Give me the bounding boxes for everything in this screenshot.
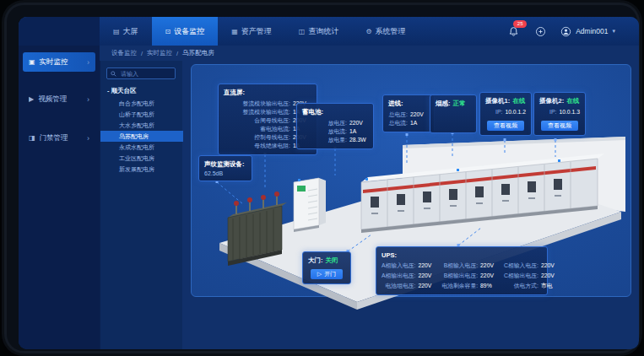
- row-value: 220V: [349, 119, 368, 127]
- breadcrumb-separator: /: [176, 50, 178, 57]
- ip-label: IP:: [539, 108, 556, 116]
- avatar: [560, 26, 571, 37]
- data-row: 总电压:220V: [388, 111, 429, 119]
- tree-item[interactable]: 永成水配电所: [100, 142, 183, 153]
- tree-item[interactable]: 大水乡配电所: [100, 120, 183, 131]
- power-mode-value: 市电: [541, 282, 558, 290]
- tree-item[interactable]: 山桥子配电所: [100, 109, 183, 120]
- breadcrumb-item[interactable]: 设备监控: [111, 49, 137, 57]
- collapse-icon: -: [107, 87, 110, 94]
- device-frame: ▤ 大屏 ⊡ 设备监控 ▦ 资产管理 ◫ 查询统计 ⚙ 系统管理: [0, 0, 644, 356]
- primary-sidebar: ▣ 实时监控 › ▶ 视频管理 › ◨ 门禁管理 ›: [19, 46, 100, 349]
- user-menu[interactable]: Admin001 ▾: [560, 26, 615, 37]
- row-label: 控制母线电压:: [224, 133, 290, 142]
- chevron-right-icon: ›: [87, 58, 89, 67]
- monitor-screen-icon: ▣: [29, 58, 35, 66]
- open-door-label: 开门: [324, 270, 336, 278]
- tree-item[interactable]: 工业区配电房: [100, 153, 183, 164]
- sidebar-item-label: 实时监控: [40, 57, 68, 67]
- sound-monitor-card: 声纹监测设备: 62.5dB: [198, 155, 252, 181]
- row-value: 1A: [349, 127, 368, 136]
- incoming-title: 进线:: [388, 100, 429, 108]
- ups-cell: C相输出电压:220V: [504, 272, 558, 280]
- tab-statistics[interactable]: ◫ 查询统计: [285, 17, 353, 46]
- tab-system[interactable]: ⚙ 系统管理: [352, 17, 419, 46]
- video-camera-icon: ▶: [29, 95, 34, 103]
- search-input[interactable]: [119, 70, 171, 78]
- view-video-button[interactable]: 查看视频: [487, 121, 524, 131]
- sidebar-item-realtime-monitor[interactable]: ▣ 实时监控 ›: [23, 52, 95, 72]
- row-value: 220V: [410, 111, 429, 119]
- cell-value: 220V: [418, 262, 435, 270]
- row-label: 整流模块输出电压:: [224, 100, 290, 108]
- ups-cell: A相输入电压:220V: [382, 262, 435, 270]
- door-title: 大门:: [308, 256, 323, 265]
- camera1-status: 在线: [512, 97, 525, 105]
- bigscreen-icon: ▤: [113, 28, 120, 35]
- data-row: 放电压:220V: [302, 119, 368, 127]
- tab-assets[interactable]: ▦ 资产管理: [218, 17, 285, 46]
- row-label: 放电压:: [302, 119, 347, 127]
- cell-label: 供电方式:: [504, 282, 538, 290]
- smoke-sensor-card: 烟感:正常: [430, 94, 477, 133]
- nav-tabs: ▤ 大屏 ⊡ 设备监控 ▦ 资产管理 ◫ 查询统计 ⚙ 系统管理: [100, 17, 419, 46]
- cell-value: 220V: [541, 262, 558, 270]
- breadcrumb: 设备监控 / 实时监控 / 乌苏配电房: [100, 46, 639, 61]
- tree-item-selected[interactable]: 乌苏配电房: [100, 131, 183, 142]
- tab-label: 资产管理: [241, 26, 272, 37]
- asset-icon: ▦: [231, 28, 238, 35]
- cell-value: 220V: [480, 262, 497, 270]
- battery-title: 蓄电池:: [302, 108, 368, 116]
- ip-label: IP:: [485, 108, 502, 116]
- row-label: 母线绝缘电阻:: [224, 142, 290, 150]
- view-video-button[interactable]: 查看视频: [541, 121, 578, 131]
- smoke-title: 烟感:: [436, 100, 451, 108]
- tree-item[interactable]: 新发展配电房: [100, 164, 183, 175]
- notification-bell-icon[interactable]: 25: [506, 24, 520, 38]
- door-open-icon: ▷: [317, 271, 322, 278]
- tree-root-node[interactable]: - 顺天台区: [107, 87, 137, 95]
- battery-card: 蓄电池: 放电压:220V 放电流:1A 放电量:28.3W: [296, 103, 374, 149]
- smoke-status: 正常: [453, 100, 466, 108]
- fullscreen-icon[interactable]: [533, 24, 547, 38]
- camera1-ip-row: IP:10.0.1.2: [485, 108, 526, 116]
- cell-label: C相输入电压:: [504, 262, 538, 270]
- tab-label: 设备监控: [174, 26, 204, 37]
- sound-monitor-title: 声纹监测设备:: [204, 160, 246, 169]
- ups-cell: B相输出电压:220V: [441, 272, 497, 280]
- cell-value: 89%: [480, 282, 497, 290]
- camera2-ip-row: IP:10.0.1.3: [539, 108, 580, 116]
- breadcrumb-current: 乌苏配电房: [182, 49, 214, 57]
- sidebar-item-label: 视频管理: [38, 94, 67, 105]
- navbar-right: 25 Admin001 ▾: [506, 17, 639, 46]
- cell-label: B相输出电压:: [441, 272, 478, 280]
- ip-value: 10.0.1.2: [505, 108, 526, 116]
- open-door-button[interactable]: ▷开门: [311, 269, 343, 279]
- breadcrumb-item[interactable]: 实时监控: [147, 49, 172, 57]
- sidebar-item-video-management[interactable]: ▶ 视频管理 ›: [23, 89, 95, 109]
- station-tree-panel: - 顺天台区 白合乡配电所 山桥子配电所 大水乡配电所 乌苏配电房 永成水配电所…: [100, 61, 182, 349]
- tab-device-monitor[interactable]: ⊡ 设备监控: [152, 17, 219, 46]
- tab-label: 查询统计: [308, 26, 338, 37]
- ups-cell: B相输入电压:220V: [441, 262, 497, 270]
- tree-item[interactable]: 白合乡配电所: [100, 98, 183, 109]
- door-access-icon: ◨: [29, 134, 35, 142]
- row-label: 总电流:: [388, 119, 408, 127]
- chevron-down-icon: ▾: [612, 28, 615, 35]
- tab-bigscreen[interactable]: ▤ 大屏: [100, 17, 152, 46]
- ups-cell: 电池组电压:220V: [382, 282, 435, 290]
- screen-bezel: ▤ 大屏 ⊡ 设备监控 ▦ 资产管理 ◫ 查询统计 ⚙ 系统管理: [7, 5, 637, 351]
- sound-level-value: 62.5dB: [204, 170, 246, 176]
- camera2-title: 摄像机2:: [539, 97, 564, 105]
- ups-grid: A相输入电压:220V B相输入电压:220V C相输入电压:220V A相输出…: [382, 262, 542, 290]
- logo-area: [19, 17, 100, 46]
- dc-panel-title: 直流屏:: [224, 89, 311, 97]
- breadcrumb-separator: /: [141, 50, 143, 57]
- cell-value: 220V: [418, 272, 435, 280]
- tree-search: [106, 67, 176, 79]
- cell-value: 220V: [480, 272, 497, 280]
- sidebar-item-access-control[interactable]: ◨ 门禁管理 ›: [23, 128, 95, 148]
- gear-icon: ⚙: [365, 28, 371, 35]
- cell-label: B相输入电压:: [441, 262, 478, 270]
- cell-label: A相输入电压:: [382, 262, 415, 270]
